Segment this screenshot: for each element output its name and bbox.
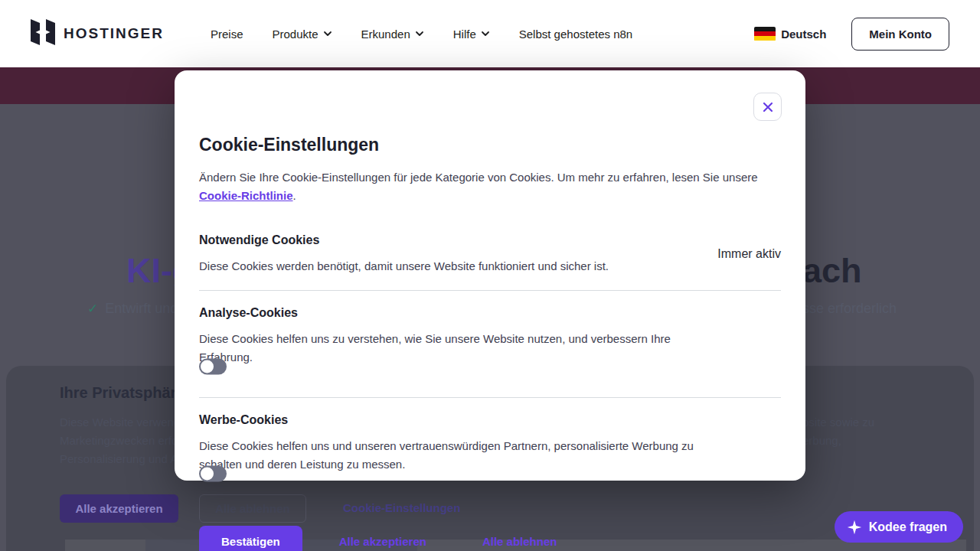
cookie-banner-title: Ihre Privatsphäre (60, 384, 185, 402)
nav-links: Preise Produkte Erkunden Hilfe Selbst ge… (196, 28, 647, 41)
reject-all-button[interactable]: Alle ablehnen (482, 535, 557, 548)
cookie-banner-text-line: Diese Website verwend (60, 416, 180, 429)
hostinger-logo[interactable]: HOSTINGER (31, 19, 164, 48)
section-title: Analyse-Cookies (199, 306, 781, 320)
hostinger-wordmark: HOSTINGER (64, 25, 164, 42)
hostinger-logo-icon (31, 19, 55, 48)
nav-right: Deutsch Mein Konto (754, 18, 949, 51)
nav-item-preise[interactable]: Preise (196, 28, 258, 41)
section-description: Diese Cookies werden benötigt, damit uns… (199, 257, 727, 276)
section-title: Notwendige Cookies (199, 233, 781, 247)
cookie-banner-text-line: erbung, (802, 434, 841, 447)
nav-item-erkunden[interactable]: Erkunden (347, 28, 439, 41)
kodee-sparkle-icon (847, 520, 862, 535)
kodee-chat-label: Kodee fragen (869, 520, 947, 534)
top-navigation: HOSTINGER Preise Produkte Erkunden Hilfe… (0, 0, 980, 67)
cookie-section-necessary: Notwendige Cookies Diese Cookies werden … (199, 218, 781, 291)
cookie-settings-modal: Cookie-Einstellungen Ändern Sie Ihre Coo… (175, 70, 805, 481)
confirm-button[interactable]: Bestätigen (199, 526, 302, 551)
section-description: Diese Cookies helfen uns und unseren ver… (199, 437, 727, 474)
advertising-cookies-toggle[interactable] (199, 466, 227, 482)
always-active-label: Immer aktiv (717, 247, 781, 261)
nav-item-selbst-gehostetes-n8n[interactable]: Selbst gehostetes n8n (505, 28, 647, 41)
cookie-banner-text-line: bsite sowie zu (802, 416, 874, 429)
chevron-down-icon (415, 28, 424, 41)
chevron-down-icon (323, 28, 332, 41)
language-selector[interactable]: Deutsch (754, 27, 826, 41)
german-flag-icon (754, 27, 776, 41)
checkmark-icon: ✓ (87, 301, 98, 317)
modal-actions: Bestätigen Alle akzeptieren Alle ablehne… (199, 526, 781, 551)
hero-checkline-left: ✓ Entwirft und (87, 301, 178, 317)
nav-item-produkte[interactable]: Produkte (257, 28, 346, 41)
analytics-cookies-toggle[interactable] (199, 359, 227, 375)
section-title: Werbe-Cookies (199, 413, 781, 427)
cookie-banner-text-line: Marketingzwecken erfor (60, 434, 181, 447)
accept-all-button[interactable]: Alle akzeptieren (339, 535, 426, 548)
language-label: Deutsch (781, 28, 826, 41)
hero-checkline-right: sse erforderlich (802, 301, 897, 317)
kodee-chat-button[interactable]: Kodee fragen (835, 511, 963, 543)
cookie-section-analytics: Analyse-Cookies Diese Cookies helfen uns… (199, 291, 781, 398)
banner-accept-all-button[interactable]: Alle akzeptieren (60, 494, 178, 523)
cookie-banner-text-line: Personalisierung und An (60, 452, 185, 465)
chevron-down-icon (481, 28, 490, 41)
mein-konto-button[interactable]: Mein Konto (851, 18, 949, 51)
close-icon[interactable] (753, 93, 782, 121)
nav-item-hilfe[interactable]: Hilfe (439, 28, 505, 41)
section-description: Diese Cookies helfen uns zu verstehen, w… (199, 330, 727, 367)
cookie-policy-link[interactable]: Cookie-Richtlinie (199, 189, 293, 202)
modal-description: Ändern Sie Ihre Cookie-Einstellungen für… (199, 168, 781, 205)
hero-headline-fragment-right: ach (802, 251, 862, 291)
cookie-section-advertising: Werbe-Cookies Diese Cookies helfen uns u… (199, 398, 781, 504)
modal-title: Cookie-Einstellungen (199, 135, 781, 155)
